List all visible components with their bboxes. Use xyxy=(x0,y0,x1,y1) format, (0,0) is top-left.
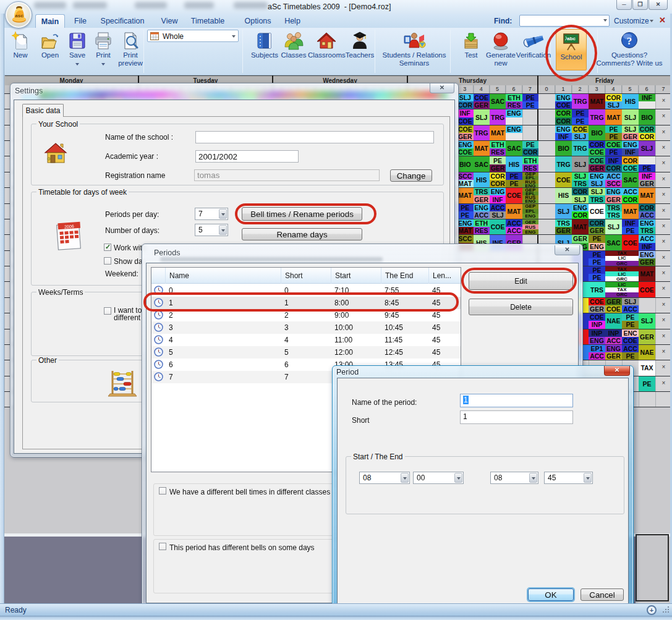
timetable-cell[interactable]: CORGER xyxy=(589,219,605,234)
lesson-card[interactable]: INF xyxy=(622,219,639,227)
lesson-card[interactable]: SCC xyxy=(457,172,473,180)
cancel-button[interactable]: Cancel xyxy=(581,588,624,601)
timetable-cell[interactable]: TRSTRS xyxy=(605,204,622,219)
period-row-5[interactable]: 5512:0012:4545 xyxy=(151,346,461,359)
period-name-input[interactable]: 1 xyxy=(460,394,573,407)
lesson-card[interactable]: MAT xyxy=(605,109,622,124)
lesson-card[interactable]: SLJ xyxy=(572,156,589,171)
lesson-card[interactable]: SLJ xyxy=(589,188,605,195)
timetable-cell[interactable]: SAC xyxy=(622,172,639,187)
lesson-card[interactable]: INF xyxy=(639,243,655,250)
timetable-cell[interactable]: TRSGER xyxy=(555,219,572,234)
forbidden-mark[interactable]: × xyxy=(655,333,672,339)
work-with-checkbox[interactable] xyxy=(104,244,111,251)
ok-button[interactable]: OK xyxy=(528,588,574,601)
column-header-short[interactable]: Short xyxy=(281,268,331,284)
view-selector-combobox[interactable]: Whole xyxy=(147,30,239,42)
different-bells-days-checkbox[interactable] xyxy=(159,543,166,550)
lesson-card[interactable]: INF xyxy=(457,109,473,117)
timetable-cell[interactable]: COE xyxy=(555,172,572,187)
lesson-card[interactable]: TRG xyxy=(589,109,605,124)
lesson-card[interactable]: LIC xyxy=(605,282,639,287)
delete-button[interactable]: Delete xyxy=(469,299,573,315)
lesson-card[interactable]: ACC xyxy=(622,345,639,352)
lesson-card[interactable]: COE xyxy=(622,337,639,344)
lesson-card[interactable]: ENG xyxy=(589,243,605,250)
lesson-card[interactable]: TRG xyxy=(572,141,589,156)
lesson-card[interactable]: MAT xyxy=(506,204,522,219)
lesson-card[interactable]: MAT xyxy=(457,227,473,234)
ribbon-close-icon[interactable]: ✕ xyxy=(659,15,666,25)
forbidden-mark[interactable]: × xyxy=(655,97,672,104)
lesson-card[interactable]: ACC xyxy=(490,204,506,211)
lesson-card[interactable]: ENG xyxy=(457,219,473,227)
lesson-card[interactable]: GER xyxy=(474,195,490,203)
timetable-cell[interactable]: PEPE xyxy=(589,251,605,266)
lesson-card[interactable]: GEP xyxy=(522,204,538,209)
lesson-card[interactable]: ENG xyxy=(522,184,538,187)
timetable-cell[interactable]: ENGCOE xyxy=(457,141,473,156)
timetable-cell[interactable]: HIS xyxy=(622,94,639,109)
timetable-cell[interactable]: TAXLICGRC xyxy=(605,266,639,281)
lesson-card[interactable] xyxy=(506,117,522,125)
lesson-card[interactable]: ACC xyxy=(622,305,639,313)
timetable-cell[interactable]: COE xyxy=(490,219,506,234)
timetable-cell[interactable]: PEGER xyxy=(490,156,506,171)
lesson-card[interactable]: PE xyxy=(506,180,522,187)
lesson-card[interactable]: ENG xyxy=(555,125,572,133)
timetable-cell[interactable]: CORCOR xyxy=(639,125,655,140)
timetable-cell[interactable]: SLJCOR xyxy=(457,94,473,109)
school-name-input[interactable] xyxy=(195,131,434,143)
lesson-card[interactable]: TRS xyxy=(572,180,589,187)
view-selector-dropdown-icon[interactable] xyxy=(232,35,236,38)
forbidden-mark[interactable]: × xyxy=(655,316,672,323)
timetable-cell[interactable]: COEGER xyxy=(589,156,605,171)
lesson-card[interactable]: BIO xyxy=(457,156,473,171)
lesson-card[interactable]: COE xyxy=(555,172,572,187)
timetable-cell[interactable]: SLJ xyxy=(474,109,490,124)
end-hour-combobox[interactable]: 08 xyxy=(490,472,538,484)
lesson-card[interactable]: INF xyxy=(639,94,655,101)
forbidden-mark[interactable]: × xyxy=(655,191,672,198)
start-hour-combobox[interactable]: 08 xyxy=(359,472,410,484)
lesson-card[interactable]: COE xyxy=(622,235,639,250)
forbidden-mark[interactable]: × xyxy=(655,380,672,386)
timetable-cell[interactable]: ACCACC xyxy=(506,219,522,234)
lesson-card[interactable]: PE xyxy=(572,109,589,117)
lesson-card[interactable]: GER xyxy=(605,352,622,360)
timetable-cell[interactable]: BIO xyxy=(589,125,605,140)
timetable-cell[interactable]: ENGMAT xyxy=(457,219,473,234)
period-close-button[interactable]: ✕ xyxy=(604,366,630,376)
timetable-cell[interactable]: MAT xyxy=(474,141,490,156)
timetable-cell[interactable]: COEGER xyxy=(589,298,605,313)
timetable-cell[interactable]: INFCOE xyxy=(457,109,473,124)
lesson-card[interactable]: SLJ xyxy=(572,133,589,140)
tab-specification[interactable]: Specification xyxy=(96,14,149,28)
tab-basic-data[interactable]: Basic data xyxy=(22,104,64,117)
lesson-card[interactable]: PE xyxy=(589,274,605,281)
lesson-card[interactable]: ENG xyxy=(589,337,605,344)
timetable-cell[interactable]: SLJ xyxy=(639,141,655,156)
timetable-cell[interactable]: TRSGER xyxy=(474,188,490,203)
lesson-card[interactable]: PE xyxy=(605,125,622,133)
timetable-cell[interactable]: PEPE xyxy=(605,125,622,140)
lesson-card[interactable]: INF xyxy=(490,195,506,203)
lesson-card[interactable]: SLJ xyxy=(605,219,622,234)
save-dropdown-icon[interactable] xyxy=(75,63,79,66)
lesson-card[interactable]: PE xyxy=(522,94,538,101)
forbidden-mark[interactable]: × xyxy=(655,270,672,276)
timetable-cell[interactable]: ENGGER xyxy=(605,188,622,203)
forbidden-mark[interactable]: × xyxy=(655,238,672,245)
timetable-cell[interactable]: ENGGER xyxy=(639,251,655,266)
new-button[interactable]: New xyxy=(8,30,33,59)
lesson-card[interactable]: GER xyxy=(490,164,506,172)
lesson-card[interactable]: ACC xyxy=(506,219,522,227)
forbidden-mark[interactable]: × xyxy=(655,223,672,229)
timetable-cell[interactable]: ETHRES xyxy=(474,219,490,234)
lesson-card[interactable]: ENG xyxy=(639,219,655,227)
timetable-cell[interactable]: SCCMAT xyxy=(457,172,473,187)
tab-main[interactable]: Main xyxy=(35,14,65,28)
lesson-card[interactable]: PE xyxy=(490,156,506,164)
forbidden-mark[interactable]: × xyxy=(655,285,672,292)
timetable-cell[interactable]: TRG xyxy=(474,125,490,140)
